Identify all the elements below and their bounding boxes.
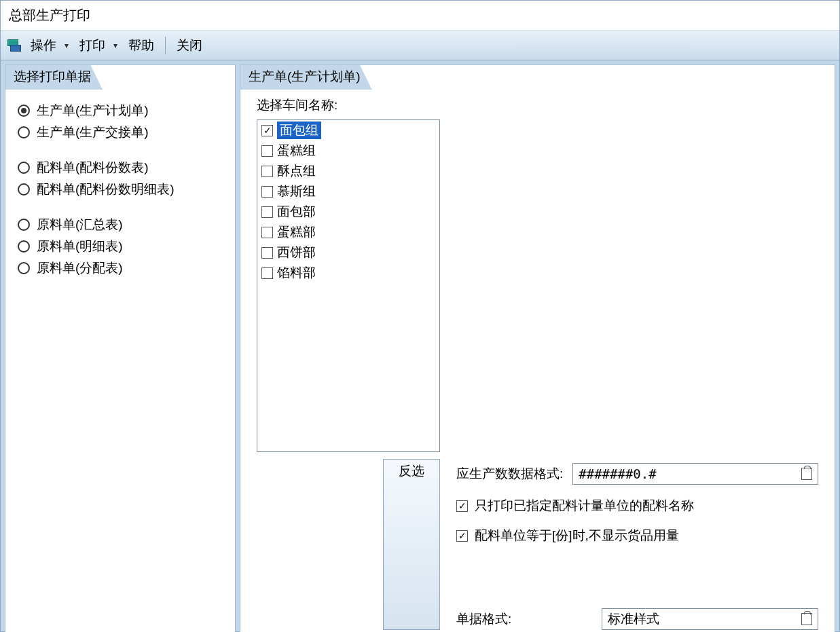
radio-label: 原料单(分配表) — [37, 259, 123, 277]
option1-checkbox[interactable] — [456, 500, 468, 512]
docformat-combo[interactable]: 标准样式 — [602, 608, 818, 630]
right-panel: 生产单(生产计划单) 选择车间名称: 面包组蛋糕组酥点组慕斯组面包部蛋糕部西饼部… — [240, 64, 835, 632]
left-panel: 选择打印单据 生产单(生产计划单)生产单(生产交接单)配料单(配料份数表)配料单… — [5, 64, 236, 632]
right-fields: 应生产数数据格式: #######0.# 只打印已指定配料计量单位的配料名称 配… — [456, 452, 818, 630]
window-title: 总部生产打印 — [1, 1, 839, 31]
toolbar: 操作 ▾ 打印 ▾ 帮助 关闭 — [1, 31, 839, 60]
workshop-checkbox[interactable] — [261, 227, 273, 238]
invert-button[interactable]: 反选 — [383, 459, 440, 630]
radio-icon — [18, 240, 30, 253]
radio-label: 配料单(配料份数明细表) — [37, 181, 175, 198]
radio-label: 生产单(生产计划单) — [37, 102, 149, 119]
doc-type-radio[interactable]: 配料单(配料份数表) — [18, 159, 223, 176]
doc-type-radio[interactable]: 原料单(汇总表) — [18, 216, 223, 234]
workshop-row[interactable]: 慕斯组 — [257, 181, 439, 202]
radio-icon — [18, 183, 30, 196]
content-area: 选择打印单据 生产单(生产计划单)生产单(生产交接单)配料单(配料份数表)配料单… — [1, 60, 839, 632]
format-value: #######0.# — [579, 466, 796, 481]
radio-icon — [18, 262, 30, 274]
chevron-down-icon[interactable]: ▾ — [112, 41, 122, 50]
workshop-label: 蛋糕部 — [277, 223, 316, 241]
workshop-row[interactable]: 蛋糕部 — [257, 222, 439, 242]
radio-icon — [18, 219, 30, 231]
option1-row[interactable]: 只打印已指定配料计量单位的配料名称 — [456, 497, 818, 515]
workshop-checkbox[interactable] — [261, 206, 273, 218]
workshop-label: 面包组 — [277, 122, 321, 139]
clipboard-icon[interactable] — [801, 468, 812, 480]
format-label: 应生产数数据格式: — [456, 465, 563, 483]
doc-type-radio[interactable]: 配料单(配料份数明细表) — [18, 181, 223, 198]
docformat-label: 单据格式: — [456, 610, 592, 628]
workshop-checkbox[interactable] — [261, 125, 273, 136]
workshop-checkbox[interactable] — [261, 186, 273, 198]
docformat-value: 标准样式 — [608, 610, 796, 628]
workshop-label: 慕斯组 — [277, 183, 316, 200]
workshop-checkbox[interactable] — [261, 267, 273, 279]
workshop-label: 西饼部 — [277, 244, 316, 261]
workshop-listbox[interactable]: 面包组蛋糕组酥点组慕斯组面包部蛋糕部西饼部馅料部 — [257, 119, 440, 452]
workshop-row[interactable]: 西饼部 — [257, 242, 439, 263]
option2-label: 配料单位等于[份]时,不显示货品用量 — [475, 527, 679, 544]
workshop-row[interactable]: 蛋糕组 — [257, 141, 439, 161]
radio-label: 生产单(生产交接单) — [37, 124, 149, 141]
docformat-field-row: 单据格式: 标准样式 — [456, 608, 818, 630]
option2-row[interactable]: 配料单位等于[份]时,不显示货品用量 — [456, 527, 818, 544]
left-panel-tab: 选择打印单据 — [5, 64, 103, 90]
clipboard-icon[interactable] — [801, 613, 812, 625]
workshop-row[interactable]: 馅料部 — [257, 263, 439, 283]
radio-label: 原料单(汇总表) — [37, 216, 123, 234]
workshop-checkbox[interactable] — [261, 166, 273, 177]
right-panel-tab: 生产单(生产计划单) — [240, 64, 372, 90]
chevron-down-icon[interactable]: ▾ — [63, 41, 73, 50]
workshop-checkbox[interactable] — [261, 247, 273, 259]
workshop-label: 酥点组 — [277, 162, 316, 180]
radio-icon — [18, 162, 30, 174]
doc-type-radio[interactable]: 原料单(分配表) — [18, 259, 223, 277]
menu-operate[interactable]: 操作 — [26, 35, 60, 56]
workshop-checkbox[interactable] — [261, 145, 273, 157]
doc-type-radio-list: 生产单(生产计划单)生产单(生产交接单)配料单(配料份数表)配料单(配料份数明细… — [5, 90, 235, 289]
radio-icon — [18, 126, 30, 138]
radio-icon — [18, 105, 30, 117]
workshop-label: 蛋糕组 — [277, 142, 316, 160]
workshop-row[interactable]: 面包部 — [257, 202, 439, 222]
window: 总部生产打印 操作 ▾ 打印 ▾ 帮助 关闭 选择打印单据 生产单(生产计划单)… — [0, 0, 840, 632]
format-input[interactable]: #######0.# — [572, 463, 818, 485]
workshop-label: 面包部 — [277, 203, 316, 221]
toolbar-separator — [165, 37, 166, 54]
radio-label: 原料单(明细表) — [37, 238, 123, 255]
menu-print[interactable]: 打印 — [75, 35, 109, 56]
menu-close[interactable]: 关闭 — [172, 35, 206, 56]
doc-type-radio[interactable]: 生产单(生产交接单) — [18, 124, 223, 141]
workshop-row[interactable]: 面包组 — [257, 120, 439, 141]
doc-type-radio[interactable]: 生产单(生产计划单) — [18, 102, 223, 119]
doc-type-radio[interactable]: 原料单(明细表) — [18, 238, 223, 255]
radio-label: 配料单(配料份数表) — [37, 159, 149, 176]
menu-help[interactable]: 帮助 — [124, 35, 158, 56]
option2-checkbox[interactable] — [456, 530, 468, 542]
operate-icon — [7, 39, 21, 52]
format-field-row: 应生产数数据格式: #######0.# — [456, 463, 818, 485]
workshop-label: 选择车间名称: — [257, 96, 440, 114]
option1-label: 只打印已指定配料计量单位的配料名称 — [475, 497, 694, 515]
workshop-row[interactable]: 酥点组 — [257, 161, 439, 181]
workshop-label: 馅料部 — [277, 264, 316, 282]
